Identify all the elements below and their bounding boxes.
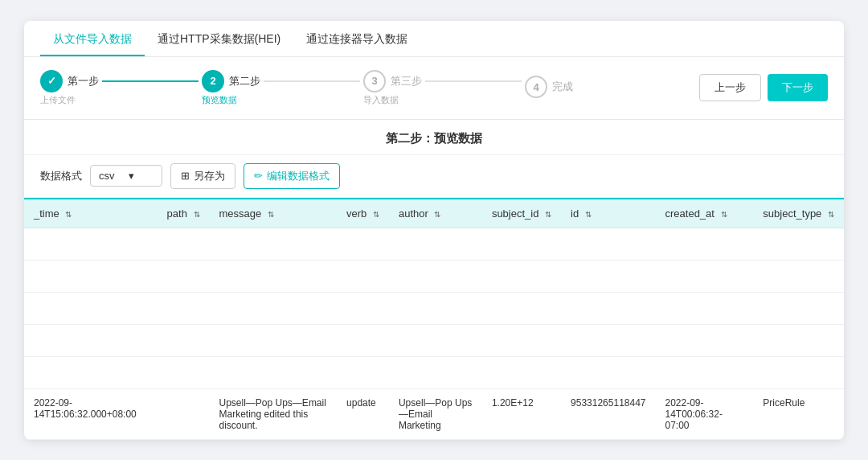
steps-list: ✓ 第一步 上传文件 2 第二步 预览数据 3 第三步 (40, 70, 699, 106)
edit-icon: ✏ (254, 170, 263, 182)
chevron-down-icon: ▾ (129, 170, 154, 182)
edit-format-button[interactable]: ✏ 编辑数据格式 (244, 163, 340, 189)
step-1-circle: ✓ (40, 70, 63, 92)
prev-button[interactable]: 上一步 (699, 74, 761, 101)
toolbar: 数据格式 csv ▾ ⊞ 另存为 ✏ 编辑数据格式 (24, 155, 844, 198)
col-subject-id[interactable]: subject_id ⇅ (482, 199, 561, 228)
tab-connector-import[interactable]: 通过连接器导入数据 (293, 32, 420, 56)
sort-icon-subject-type: ⇅ (828, 210, 834, 219)
col-id[interactable]: id ⇅ (561, 199, 655, 228)
col-subject-type[interactable]: subject_type ⇅ (753, 199, 844, 228)
steps-area: ✓ 第一步 上传文件 2 第二步 预览数据 3 第三步 (24, 57, 844, 120)
col-id-label: id (571, 207, 579, 220)
col-message-label: message (219, 207, 262, 220)
cell-message: Upsell—Pop Ups—Email Marketing edited th… (210, 388, 338, 439)
col-message[interactable]: message ⇅ (210, 199, 338, 228)
empty-row-1 (24, 228, 844, 260)
col-path[interactable]: path ⇅ (158, 199, 210, 228)
step-4-circle: 4 (525, 76, 547, 98)
step-3-sublabel: 导入数据 (363, 94, 399, 106)
save-icon: ⊞ (181, 170, 190, 182)
sort-icon-time: ⇅ (65, 210, 72, 219)
steps-buttons: 上一步 下一步 (699, 74, 828, 101)
table-header-row: _time ⇅ path ⇅ message ⇅ verb ⇅ (24, 199, 844, 228)
col-time-label: _time (34, 207, 59, 220)
tab-import-file[interactable]: 从文件导入数据 (40, 32, 145, 56)
step-3-circle: 3 (363, 70, 386, 92)
tab-http-collect[interactable]: 通过HTTP采集数据(HEI) (145, 32, 293, 56)
top-nav: 从文件导入数据 通过HTTP采集数据(HEI) 通过连接器导入数据 (24, 21, 844, 57)
step-4-label: 完成 (552, 80, 573, 94)
col-path-label: path (167, 207, 187, 220)
sort-icon-message: ⇅ (268, 210, 274, 219)
col-author[interactable]: author ⇅ (389, 199, 482, 228)
step-2-circle: 2 (202, 70, 224, 92)
col-author-label: author (399, 207, 428, 220)
data-table-container: _time ⇅ path ⇅ message ⇅ verb ⇅ (24, 198, 844, 440)
cell-id: 95331265118447 (561, 388, 655, 439)
sort-icon-id: ⇅ (585, 210, 592, 219)
save-as-button[interactable]: ⊞ 另存为 (170, 163, 235, 189)
col-time[interactable]: _time ⇅ (24, 199, 158, 228)
step-1-sublabel: 上传文件 (40, 94, 76, 106)
step-line-3 (425, 80, 522, 82)
sort-icon-path: ⇅ (194, 210, 200, 219)
cell-verb: update (337, 388, 389, 439)
page-title: 第二步：预览数据 (24, 120, 844, 155)
empty-row-5 (24, 356, 844, 388)
col-verb[interactable]: verb ⇅ (337, 199, 389, 228)
cell-time: 2022-09-14T15:06:32.000+08:00 (24, 388, 158, 439)
table-row: 2022-09-14T15:06:32.000+08:00 Upsell—Pop… (24, 388, 844, 439)
format-label: 数据格式 (40, 169, 82, 183)
step-4-group: 4 完成 (525, 76, 573, 100)
main-container: 从文件导入数据 通过HTTP采集数据(HEI) 通过连接器导入数据 ✓ 第一步 … (24, 21, 844, 440)
sort-icon-subject-id: ⇅ (545, 210, 551, 219)
cell-subject-id: 1.20E+12 (482, 388, 561, 439)
step-line-1 (102, 80, 199, 82)
col-created-at[interactable]: created_at ⇅ (656, 199, 754, 228)
cell-path (158, 388, 210, 439)
step-3-group: 3 第三步 导入数据 (363, 70, 422, 106)
step-2-group: 2 第二步 预览数据 (202, 70, 260, 106)
cell-subject-type: PriceRule (753, 388, 844, 439)
format-select[interactable]: csv ▾ (90, 165, 162, 187)
col-verb-label: verb (346, 207, 366, 220)
data-table: _time ⇅ path ⇅ message ⇅ verb ⇅ (24, 199, 844, 440)
next-button[interactable]: 下一步 (768, 74, 828, 101)
step-2-sublabel: 预览数据 (202, 94, 237, 106)
col-subject-id-label: subject_id (492, 207, 539, 220)
cell-author: Upsell—Pop Ups—Email Marketing (389, 388, 482, 439)
step-2-label: 第二步 (229, 74, 260, 88)
step-1-label: 第一步 (68, 74, 99, 88)
empty-row-2 (24, 260, 844, 292)
col-created-at-label: created_at (665, 207, 714, 220)
step-1-group: ✓ 第一步 上传文件 (40, 70, 99, 106)
col-subject-type-label: subject_type (763, 207, 821, 220)
sort-icon-verb: ⇅ (373, 210, 379, 219)
format-value: csv (99, 170, 124, 182)
empty-row-3 (24, 292, 844, 324)
cell-created-at: 2022-09-14T00:06:32-07:00 (656, 388, 754, 439)
sort-icon-author: ⇅ (434, 210, 440, 219)
empty-row-4 (24, 324, 844, 356)
step-3-label: 第三步 (391, 74, 422, 88)
sort-icon-created-at: ⇅ (721, 210, 727, 219)
edit-format-label: 编辑数据格式 (267, 169, 330, 183)
step-line-2 (264, 80, 360, 82)
save-as-label: 另存为 (194, 169, 225, 183)
